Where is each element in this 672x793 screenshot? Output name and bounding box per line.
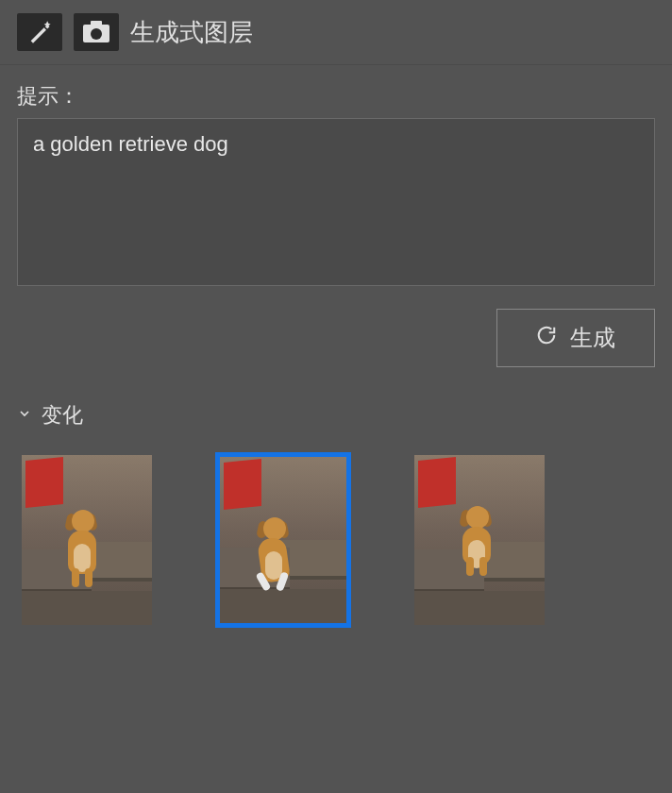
prompt-input[interactable]	[17, 118, 655, 286]
variations-title: 变化	[42, 401, 83, 430]
variations-thumbnails	[17, 447, 655, 633]
variation-thumbnail[interactable]	[215, 452, 351, 628]
chevron-down-icon	[17, 406, 32, 425]
magic-wand-icon	[17, 13, 62, 51]
prompt-label: 提示：	[17, 82, 655, 110]
panel-header: 生成式图层	[0, 0, 672, 65]
panel-content: 提示： 生成 变化	[0, 65, 672, 650]
variations-section-header[interactable]: 变化	[17, 401, 655, 430]
camera-icon	[74, 13, 119, 51]
refresh-icon	[536, 325, 557, 351]
variation-thumbnail[interactable]	[19, 452, 155, 628]
generate-button[interactable]: 生成	[496, 309, 655, 367]
generate-button-label: 生成	[570, 323, 615, 353]
svg-rect-1	[91, 21, 102, 25]
button-row: 生成	[17, 309, 655, 367]
variation-thumbnail[interactable]	[412, 452, 547, 628]
panel-title: 生成式图层	[130, 16, 253, 49]
svg-point-2	[91, 28, 102, 40]
